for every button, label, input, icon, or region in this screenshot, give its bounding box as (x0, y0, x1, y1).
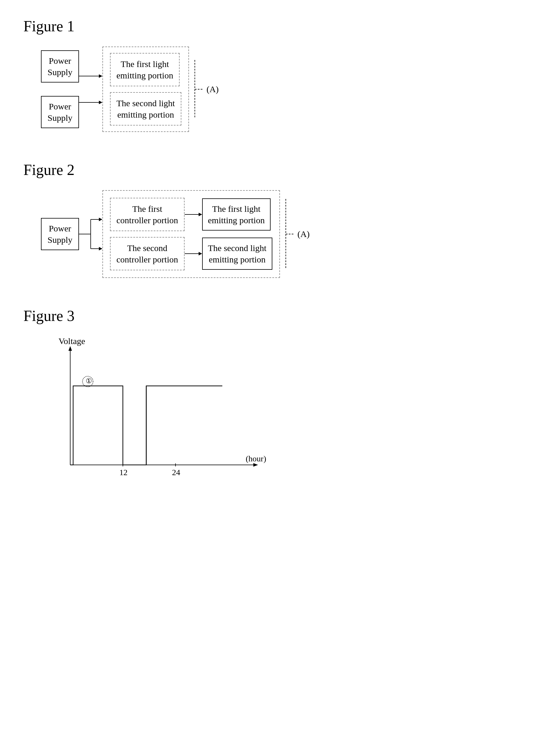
figure2-arrow2-svg (184, 249, 202, 258)
svg-marker-1 (99, 74, 102, 78)
figure2-arrow1-svg (184, 210, 202, 219)
figure1-title: Figure 1 (23, 18, 529, 35)
svg-text:①: ① (86, 377, 92, 385)
figure1-dashed-outer: The first lightemitting portion The seco… (102, 46, 189, 132)
figure1-light2-box: The second lightemitting portion (110, 92, 181, 126)
svg-marker-19 (68, 346, 72, 351)
svg-text:12: 12 (119, 468, 128, 477)
figure2-brace-svg (285, 199, 296, 269)
svg-marker-13 (198, 213, 202, 216)
svg-marker-21 (253, 463, 258, 467)
svg-marker-15 (198, 252, 202, 255)
figure1-split-arrows (79, 60, 102, 119)
figure2-first-arrow (79, 199, 102, 269)
figure2-controller2-box: The secondcontroller portion (110, 237, 184, 270)
figure2-A-label: (A) (297, 229, 310, 239)
figure2-row2: The secondcontroller portion The second … (110, 237, 272, 270)
figure2-controller1-box: The firstcontroller portion (110, 198, 184, 231)
figure1-light1-box: The first lightemitting portion (110, 53, 180, 86)
figure1-diagram: PowerSupply PowerSupply The first light (41, 46, 529, 132)
svg-marker-9 (99, 218, 102, 221)
figure1-power1-box: PowerSupply (41, 50, 79, 83)
figure3-diagram: Voltage ① (41, 336, 529, 488)
figure1-row2: The second lightemitting portion (110, 92, 181, 126)
figure3-chart-svg: ① 12 24 (hour) (41, 345, 281, 497)
figure1-A-label: (A) (206, 84, 219, 94)
figure2-split-svg (79, 199, 102, 269)
svg-marker-11 (99, 247, 102, 250)
svg-text:(hour): (hour) (246, 454, 266, 463)
figure2-light1-box: The first lightemitting portion (202, 199, 271, 231)
figure1-middle: The first lightemitting portion The seco… (79, 46, 189, 132)
figure2-brace-area: (A) (285, 199, 310, 269)
figure2-diagram: PowerSupply The firstcontroller portion (41, 190, 529, 278)
figure2-title: Figure 2 (23, 161, 529, 178)
figure1-brace-area: (A) (194, 60, 219, 119)
figure1-arrows-svg (79, 60, 102, 119)
figure2-row1: The firstcontroller portion The first li… (110, 198, 272, 231)
figure1-power2-box: PowerSupply (41, 96, 79, 128)
svg-marker-3 (99, 101, 102, 104)
figure1-power-supplies: PowerSupply PowerSupply (41, 50, 79, 128)
figure2-dashed-outer: The firstcontroller portion The first li… (102, 190, 280, 278)
figure2-section: Figure 2 PowerSupply The firstcont (23, 161, 529, 278)
figure3-chart-wrapper: Voltage ① (41, 336, 281, 488)
figure3-title: Figure 3 (23, 307, 529, 325)
figure3-voltage-label: Voltage (58, 336, 85, 346)
svg-text:24: 24 (172, 468, 180, 477)
figure2-light2-box: The second lightemitting portion (202, 238, 272, 270)
figure1-section: Figure 1 PowerSupply PowerSupply (23, 18, 529, 132)
figure1-brace-svg (194, 60, 205, 119)
figure3-section: Figure 3 Voltage (23, 307, 529, 488)
figure1-row1: The first lightemitting portion (110, 53, 181, 86)
figure2-power-box: PowerSupply (41, 218, 79, 250)
